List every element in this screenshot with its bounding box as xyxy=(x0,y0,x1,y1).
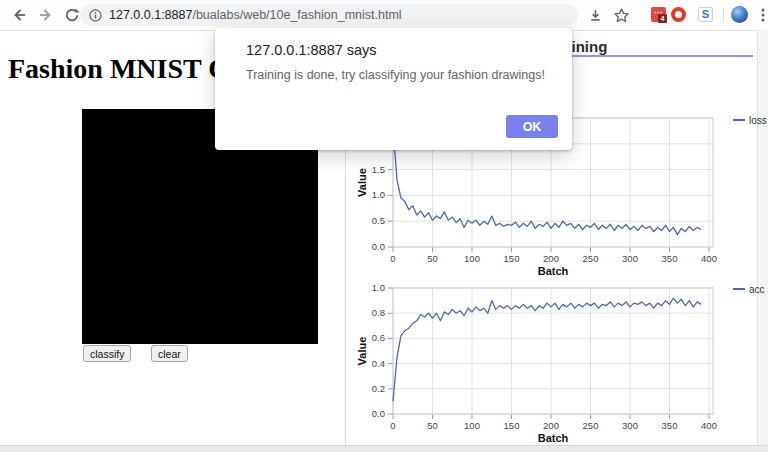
svg-text:200: 200 xyxy=(543,420,559,431)
svg-text:200: 200 xyxy=(543,253,559,264)
reload-icon xyxy=(64,7,80,23)
url-host: 127.0.0.1:8887 xyxy=(109,8,192,22)
extension-badge: 4 xyxy=(658,14,667,23)
info-icon[interactable] xyxy=(89,9,102,22)
svg-text:0: 0 xyxy=(390,253,395,264)
svg-text:100: 100 xyxy=(464,420,480,431)
download-icon xyxy=(588,8,603,23)
svg-text:Batch: Batch xyxy=(538,432,569,444)
profile-globe-avatar[interactable] xyxy=(731,6,748,23)
svg-text:1.0: 1.0 xyxy=(372,282,385,293)
svg-text:0: 0 xyxy=(390,420,395,431)
svg-text:100: 100 xyxy=(464,253,480,264)
toolbar-separator xyxy=(723,8,724,22)
svg-text:0.2: 0.2 xyxy=(372,383,385,394)
alert-dialog: 127.0.0.1:8887 says Training is done, tr… xyxy=(215,28,572,150)
svg-text:150: 150 xyxy=(504,420,520,431)
svg-text:50: 50 xyxy=(427,420,438,431)
svg-text:300: 300 xyxy=(622,420,638,431)
url-path: /bualabs/web/10e_fashion_mnist.html xyxy=(192,8,401,22)
browser-toolbar: 127.0.0.1:8887/bualabs/web/10e_fashion_m… xyxy=(0,0,768,31)
opera-extension-icon[interactable] xyxy=(671,7,686,22)
svg-text:150: 150 xyxy=(504,253,520,264)
forward-icon xyxy=(38,7,54,23)
browser-window: 127.0.0.1:8887/bualabs/web/10e_fashion_m… xyxy=(0,0,768,452)
svg-text:loss: loss xyxy=(749,115,767,126)
svg-text:0.6: 0.6 xyxy=(372,332,385,343)
svg-text:50: 50 xyxy=(427,253,438,264)
red-extension-icon[interactable]: ··· 4 xyxy=(651,7,666,22)
download-button[interactable] xyxy=(586,6,604,24)
forward-button[interactable] xyxy=(37,6,55,24)
s-extension-letter: S xyxy=(702,8,709,20)
clear-button[interactable]: clear xyxy=(151,345,188,362)
window-bottom-edge xyxy=(0,445,768,452)
svg-text:1.5: 1.5 xyxy=(372,164,385,175)
svg-text:Value: Value xyxy=(356,168,368,197)
svg-text:Value: Value xyxy=(356,337,368,366)
url-text: 127.0.0.1:8887/bualabs/web/10e_fashion_m… xyxy=(109,8,402,22)
accuracy-chart: 0501001502002503003504000.00.20.40.60.81… xyxy=(350,275,768,452)
classify-button[interactable]: classify xyxy=(83,345,131,362)
menu-button[interactable] xyxy=(754,6,768,24)
svg-text:0.4: 0.4 xyxy=(372,358,385,369)
svg-text:1.0: 1.0 xyxy=(372,189,385,200)
svg-text:250: 250 xyxy=(583,420,599,431)
address-bar[interactable]: 127.0.0.1:8887/bualabs/web/10e_fashion_m… xyxy=(80,4,578,26)
svg-text:0.5: 0.5 xyxy=(372,215,385,226)
reload-button[interactable] xyxy=(63,6,81,24)
svg-text:0.0: 0.0 xyxy=(372,241,385,252)
svg-text:250: 250 xyxy=(583,253,599,264)
ok-button[interactable]: OK xyxy=(506,115,558,138)
svg-text:300: 300 xyxy=(622,253,638,264)
svg-text:acc: acc xyxy=(749,284,765,295)
back-icon xyxy=(11,7,27,23)
s-extension-icon[interactable]: S xyxy=(698,7,713,22)
bookmark-star-button[interactable] xyxy=(612,6,630,24)
alert-dialog-title: 127.0.0.1:8887 says xyxy=(246,42,377,58)
svg-text:400: 400 xyxy=(701,420,717,431)
alert-dialog-message: Training is done, try classifying your f… xyxy=(246,68,545,82)
bookmark-star-icon xyxy=(613,7,630,24)
svg-text:350: 350 xyxy=(662,420,678,431)
svg-text:0.8: 0.8 xyxy=(372,307,385,318)
svg-text:350: 350 xyxy=(662,253,678,264)
svg-text:400: 400 xyxy=(701,253,717,264)
svg-text:0.0: 0.0 xyxy=(372,408,385,419)
menu-dots-icon xyxy=(756,7,768,23)
page-title: Fashion MNIST Cl xyxy=(8,53,236,85)
back-button[interactable] xyxy=(10,6,28,24)
